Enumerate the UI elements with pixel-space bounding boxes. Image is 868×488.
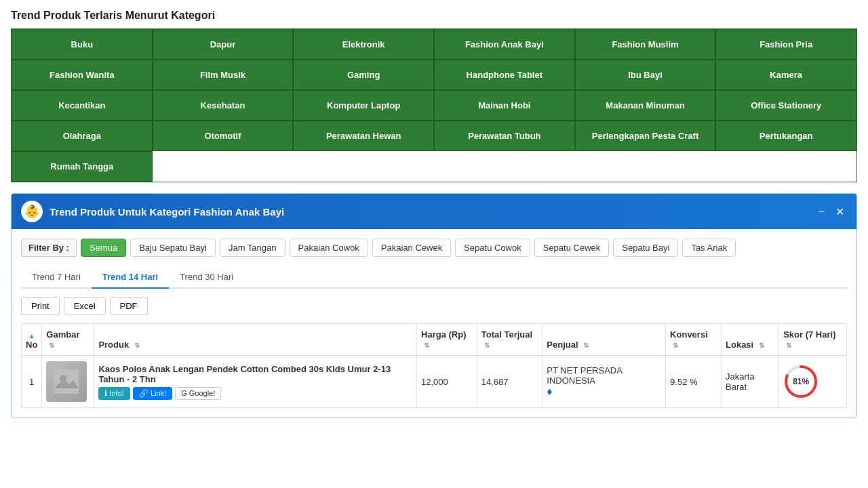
cell-harga: 12,000 xyxy=(417,356,477,408)
col-penjual: Penjual ⇅ xyxy=(542,324,666,356)
filter-btn-sepatu-cewek[interactable]: Sepatu Cewek xyxy=(534,239,610,257)
cell-gambar xyxy=(42,356,94,408)
tab-trend-7-hari[interactable]: Trend 7 Hari xyxy=(21,266,92,289)
col-harga: Harga (Rp) ⇅ xyxy=(417,324,477,356)
minimize-button[interactable]: − xyxy=(816,205,827,218)
panel-header-left: 👶 Trend Produk Untuk Kategori Fashion An… xyxy=(21,201,284,222)
category-btn-fashion-anak-bayi[interactable]: Fashion Anak Bayi xyxy=(434,29,575,60)
panel-header: 👶 Trend Produk Untuk Kategori Fashion An… xyxy=(12,194,856,229)
filter-btn-jam-tangan[interactable]: Jam Tangan xyxy=(220,239,285,257)
btn-link[interactable]: 🔗 Link! xyxy=(133,387,172,400)
category-btn-fashion-pria[interactable]: Fashion Pria xyxy=(715,29,856,60)
action-btn-excel[interactable]: Excel xyxy=(64,297,106,315)
category-btn-fashion-wanita[interactable]: Fashion Wanita xyxy=(12,60,153,90)
table-row: 1 Kaos Polos Anak Lengan Pendek Cotton C… xyxy=(22,356,847,408)
filter-btn-baju-sepatu-bayi[interactable]: Baju Sepatu Bayi xyxy=(130,239,216,257)
filter-btn-tas-anak[interactable]: Tas Anak xyxy=(682,239,736,257)
category-btn-pertukangan[interactable]: Pertukangan xyxy=(715,121,856,151)
filter-row: Filter By : SemuaBaju Sepatu BayiJam Tan… xyxy=(21,239,847,257)
page-title: Trend Produk Terlaris Menurut Kategori xyxy=(0,0,868,28)
category-btn-fashion-muslim[interactable]: Fashion Muslim xyxy=(575,29,716,60)
filter-btn-pakaian-cowok[interactable]: Pakaian Cowok xyxy=(290,239,368,257)
btn-google[interactable]: G Google! xyxy=(175,387,221,400)
category-btn-kamera[interactable]: Kamera xyxy=(715,60,856,90)
category-btn-mainan-hobi[interactable]: Mainan Hobi xyxy=(434,90,575,121)
cell-total-terjual: 14,687 xyxy=(477,356,542,408)
cell-produk: Kaos Polos Anak Lengan Pendek Cotton Com… xyxy=(94,356,417,408)
category-btn-komputer-laptop[interactable]: Komputer Laptop xyxy=(293,90,434,121)
filter-btn-sepatu-cowok[interactable]: Sepatu Cowok xyxy=(455,239,530,257)
col-konversi: Konversi ⇅ xyxy=(666,324,722,356)
panel-title: Trend Produk Untuk Kategori Fashion Anak… xyxy=(50,206,284,218)
category-btn-otomotif[interactable]: Otomotif xyxy=(153,121,294,151)
category-btn-makanan-minuman[interactable]: Makanan Minuman xyxy=(575,90,716,121)
cell-penjual: PT NET PERSADA INDONESIA♦ xyxy=(542,356,666,408)
tab-trend-30-hari[interactable]: Trend 30 Hari xyxy=(169,266,244,289)
category-btn-perawatan-tubuh[interactable]: Perawatan Tubuh xyxy=(434,121,575,151)
category-btn-ibu-bayi[interactable]: Ibu Bayi xyxy=(575,60,716,90)
category-btn-film-musik[interactable]: Film Musik xyxy=(153,60,294,90)
filter-label: Filter By : xyxy=(21,239,77,257)
category-btn-perawatan-hewan[interactable]: Perawatan Hewan xyxy=(293,121,434,151)
cell-skor: 81% xyxy=(779,356,847,408)
action-btn-print[interactable]: Print xyxy=(21,297,60,315)
cell-konversi: 9.52 % xyxy=(666,356,722,408)
col-gambar: Gambar ⇅ xyxy=(42,324,94,356)
category-grid: BukuDapurElektronikFashion Anak BayiFash… xyxy=(11,28,857,182)
category-btn-kecantikan[interactable]: Kecantikan xyxy=(12,90,153,121)
panel-body: Filter By : SemuaBaju Sepatu BayiJam Tan… xyxy=(12,229,856,418)
category-btn-office-stationery[interactable]: Office Stationery xyxy=(715,90,856,121)
action-buttons: PrintExcelPDF xyxy=(21,297,847,315)
tab-trend-14-hari[interactable]: Trend 14 Hari xyxy=(92,266,169,289)
btn-info[interactable]: ℹ Info! xyxy=(98,387,130,400)
col-skor: Skor (7 Hari) ⇅ xyxy=(779,324,847,356)
trend-panel: 👶 Trend Produk Untuk Kategori Fashion An… xyxy=(11,193,857,418)
category-btn-elektronik[interactable]: Elektronik xyxy=(293,29,434,60)
category-btn-handphone-tablet[interactable]: Handphone Tablet xyxy=(434,60,575,90)
col-no: ▲ No xyxy=(22,324,42,356)
category-btn-dapur[interactable]: Dapur xyxy=(153,29,294,60)
category-btn-perlengkapan-pesta-craft[interactable]: Perlengkapan Pesta Craft xyxy=(575,121,716,151)
col-produk: Produk ⇅ xyxy=(94,324,417,356)
data-table: ▲ No Gambar ⇅ Produk ⇅ Harga (Rp) ⇅ xyxy=(21,323,847,408)
col-total-terjual: Total Terjual ⇅ xyxy=(477,324,542,356)
panel-actions: − ✕ xyxy=(816,205,847,218)
action-btn-pdf[interactable]: PDF xyxy=(110,297,148,315)
panel-icon: 👶 xyxy=(21,201,43,222)
cell-lokasi: Jakarta Barat xyxy=(722,356,779,408)
category-btn-olahraga[interactable]: Olahraga xyxy=(12,121,153,151)
filter-btn-pakaian-cewek[interactable]: Pakaian Cewek xyxy=(372,239,451,257)
category-btn-rumah-tangga[interactable]: Rumah Tangga xyxy=(12,151,153,182)
tabs: Trend 7 HariTrend 14 HariTrend 30 Hari xyxy=(21,266,847,289)
close-button[interactable]: ✕ xyxy=(833,205,847,218)
product-name: Kaos Polos Anak Lengan Pendek Cotton Com… xyxy=(98,364,412,384)
cell-no: 1 xyxy=(22,356,42,408)
filter-btn-semua[interactable]: Semua xyxy=(81,239,126,257)
category-btn-buku[interactable]: Buku xyxy=(12,29,153,60)
category-btn-gaming[interactable]: Gaming xyxy=(293,60,434,90)
filter-btn-sepatu-bayi[interactable]: Sepatu Bayi xyxy=(613,239,678,257)
category-btn-kesehatan[interactable]: Kesehatan xyxy=(153,90,294,121)
col-lokasi: Lokasi ⇅ xyxy=(722,324,779,356)
